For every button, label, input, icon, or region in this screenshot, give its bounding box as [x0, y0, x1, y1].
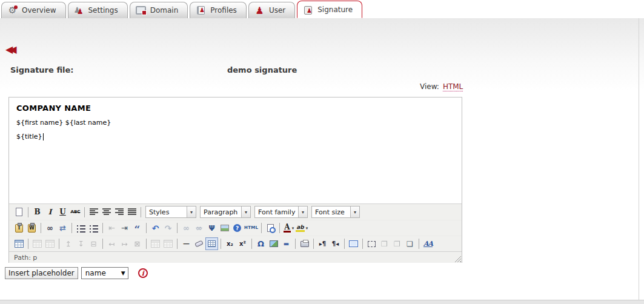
strikethrough-button[interactable]: ABC — [69, 206, 82, 219]
select-value: Font size — [312, 208, 350, 216]
undo-icon: ↶ — [152, 224, 159, 233]
underline-button[interactable]: U — [56, 206, 69, 219]
blockquote-button[interactable]: “ — [131, 222, 144, 234]
align-justify-icon — [128, 208, 136, 216]
find-replace-button[interactable]: ⇄ — [56, 222, 69, 234]
styles-select[interactable]: Styles▾ — [145, 206, 196, 218]
insert-column-before-button: ↤ — [105, 237, 118, 250]
fullscreen-icon — [349, 240, 358, 247]
insert-table-button[interactable] — [13, 237, 25, 250]
align-center-button[interactable] — [100, 206, 113, 219]
placeholder-controls: Insert placeholder name ▼ i — [5, 267, 148, 279]
editor-line: COMPANY NAME — [16, 104, 454, 113]
print-button[interactable] — [298, 237, 311, 250]
bold-button[interactable]: B — [31, 206, 44, 219]
back-button[interactable]: ◀◀ — [5, 45, 18, 55]
delete-column-button: ⊠ — [131, 237, 144, 250]
indent-button[interactable]: ⇥ — [118, 222, 131, 234]
fullscreen-button[interactable] — [347, 237, 360, 250]
outdent-button: ⇤ — [105, 222, 118, 234]
chevron-down-icon: ▾ — [298, 207, 307, 217]
toolbar-separator — [177, 239, 178, 249]
subscript-icon: x₂ — [227, 241, 233, 247]
help-button[interactable]: ? — [231, 222, 244, 234]
insert-column-before-icon: ↤ — [108, 240, 115, 248]
preview-button[interactable] — [264, 222, 277, 234]
path-label: Path: p — [14, 254, 37, 262]
align-right-button[interactable] — [113, 206, 125, 219]
find-icon: ∞ — [47, 224, 53, 232]
tab-settings[interactable]: Settings — [68, 2, 128, 18]
tab-profiles[interactable]: Profiles — [190, 2, 247, 18]
unordered-list-button[interactable] — [75, 222, 87, 234]
editor-content[interactable]: COMPANY NAME ${first name} ${last name} … — [9, 97, 462, 204]
font-size-select[interactable]: Font size▾ — [311, 206, 360, 218]
tab-signature[interactable]: Signature — [297, 1, 362, 18]
special-character-icon: Ω — [257, 240, 264, 248]
undo-button[interactable]: ↶ — [149, 222, 162, 234]
insert-row-after-icon: ↧ — [78, 240, 84, 248]
remove-formatting-button[interactable] — [193, 237, 205, 250]
anchor-button[interactable]: Ψ — [205, 222, 218, 234]
background-color-button[interactable]: ab▾ — [295, 222, 308, 234]
info-icon[interactable]: i — [138, 268, 148, 278]
font-family-select[interactable]: Font family▾ — [254, 206, 308, 218]
horizontal-rule-button[interactable]: — — [180, 237, 193, 250]
users-icon — [74, 5, 84, 15]
text-cursor — [43, 133, 44, 140]
remove-formatting-icon — [194, 240, 204, 248]
paste-from-word-button[interactable]: W — [25, 222, 38, 234]
paste-as-text-button[interactable]: T — [13, 222, 25, 234]
placeholder-name-select[interactable]: name ▼ — [81, 267, 128, 279]
advanced-hr-button[interactable]: ▬ — [280, 237, 293, 250]
view-html-link[interactable]: HTML — [443, 82, 463, 91]
print-icon — [300, 241, 309, 247]
resize-handle[interactable] — [454, 256, 461, 262]
insert-image-button[interactable] — [218, 222, 231, 234]
text-color-button[interactable]: A▾ — [282, 222, 295, 234]
ordered-list-icon — [90, 224, 98, 233]
chevron-down-icon: ▾ — [350, 207, 359, 217]
find-button[interactable]: ∞ — [44, 222, 56, 234]
editor-line: ${first name} ${last name} — [16, 119, 454, 127]
italic-button[interactable]: I — [44, 206, 56, 219]
insert-placeholder-button[interactable]: Insert placeholder — [5, 267, 78, 279]
toggle-guidelines-icon — [208, 240, 216, 247]
toolbar-separator — [146, 239, 147, 249]
tab-domain[interactable]: Domain — [130, 2, 188, 18]
superscript-button[interactable]: x² — [236, 237, 249, 250]
toolbar-separator — [177, 223, 178, 233]
toolbar-separator — [313, 239, 314, 249]
tab-label: Overview — [22, 6, 56, 15]
new-document-button[interactable] — [13, 206, 25, 219]
move-forward-button: ❐ — [378, 237, 391, 250]
ltr-icon: ▸¶ — [319, 241, 326, 247]
toolbar-separator — [279, 223, 280, 233]
style-properties-button[interactable]: AA — [422, 237, 434, 250]
paragraph-select[interactable]: Paragraph▾ — [200, 206, 251, 218]
insert-layer-icon: ❏ — [407, 240, 413, 248]
toggle-absolute-position-button[interactable] — [365, 237, 378, 250]
align-justify-button[interactable] — [125, 206, 138, 219]
editor-status-bar: Path: p — [9, 251, 462, 263]
toggle-guidelines-button[interactable] — [205, 237, 218, 250]
tab-user[interactable]: User — [248, 2, 295, 18]
rich-text-editor: COMPANY NAME ${first name} ${last name} … — [8, 97, 462, 263]
insert-link-button: ∞ — [180, 222, 193, 234]
rtl-button[interactable]: ¶◂ — [329, 237, 342, 250]
align-right-icon — [115, 208, 124, 216]
redo-button: ↷ — [162, 222, 174, 234]
find-replace-icon: ⇄ — [59, 224, 66, 232]
move-backward-icon: ❐ — [394, 240, 400, 248]
outdent-icon: ⇤ — [108, 224, 115, 232]
insert-layer-button[interactable]: ❏ — [403, 237, 416, 250]
ltr-button[interactable]: ▸¶ — [316, 237, 329, 250]
tab-overview[interactable]: Overview — [1, 2, 66, 18]
special-character-button[interactable]: Ω — [254, 237, 267, 250]
chevron-down-icon: ▼ — [121, 270, 125, 276]
subscript-button[interactable]: x₂ — [224, 237, 236, 250]
align-left-button[interactable] — [87, 206, 100, 219]
edit-html-source-button[interactable]: HTML — [244, 222, 259, 234]
insert-media-button[interactable] — [267, 237, 280, 250]
ordered-list-button[interactable] — [87, 222, 100, 234]
